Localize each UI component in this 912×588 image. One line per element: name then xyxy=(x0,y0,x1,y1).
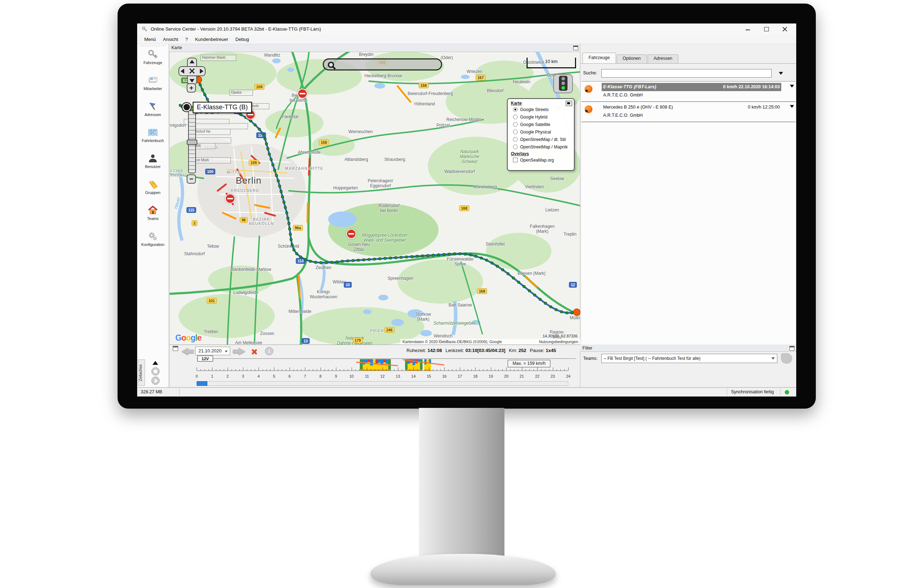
route-point[interactable] xyxy=(204,94,206,96)
sidebar-item-mitarbeiter[interactable]: Mitarbeiter xyxy=(137,75,168,96)
radio-icon[interactable] xyxy=(513,129,518,134)
route-point[interactable] xyxy=(518,281,520,284)
route-point[interactable] xyxy=(534,294,536,297)
zoom-out-button[interactable]: − xyxy=(187,174,196,184)
route-point[interactable] xyxy=(291,244,293,246)
route-point[interactable] xyxy=(266,143,268,145)
route-point[interactable] xyxy=(268,153,271,155)
zoom-slider-thumb[interactable] xyxy=(187,139,198,145)
route-point[interactable] xyxy=(275,174,278,177)
route-point[interactable] xyxy=(443,254,445,256)
route-point[interactable] xyxy=(496,265,499,268)
route-point[interactable] xyxy=(250,120,252,123)
route-point[interactable] xyxy=(262,133,264,135)
map-layer-option[interactable]: Google Satellite xyxy=(511,121,574,128)
route-point[interactable] xyxy=(512,277,515,279)
route-point[interactable] xyxy=(555,309,557,311)
radio-icon[interactable] xyxy=(513,115,518,119)
layer-panel-minimize-icon[interactable] xyxy=(566,101,572,106)
search-dropdown-icon[interactable] xyxy=(779,72,783,75)
teams-select-chevron-icon[interactable] xyxy=(771,357,775,360)
route-point[interactable] xyxy=(470,254,472,256)
route-point[interactable] xyxy=(357,259,360,262)
timeline-scrollbar-thumb[interactable] xyxy=(197,381,207,386)
route-point[interactable] xyxy=(566,312,568,314)
route-point[interactable] xyxy=(454,253,456,255)
filter-panel-dock-icon[interactable] xyxy=(789,346,794,351)
route-point[interactable] xyxy=(309,260,312,263)
route-point[interactable] xyxy=(539,298,541,301)
menu-item[interactable]: Menü xyxy=(141,36,160,43)
route-point[interactable] xyxy=(368,258,371,261)
previous-day-button[interactable] xyxy=(181,348,194,355)
menu-item[interactable]: Ansicht xyxy=(160,36,182,43)
sidebar-item-fahrzeuge[interactable]: Fahrzeuge xyxy=(137,49,168,70)
menu-item[interactable]: Debug xyxy=(232,36,253,43)
route-point[interactable] xyxy=(270,158,272,161)
route-point[interactable] xyxy=(258,128,261,131)
menu-item[interactable]: ? xyxy=(182,36,191,43)
route-point[interactable] xyxy=(486,259,488,262)
pan-right-icon[interactable] xyxy=(200,69,203,74)
route-point[interactable] xyxy=(475,255,477,258)
vehicle-dropdown-icon[interactable] xyxy=(790,105,794,108)
route-point[interactable] xyxy=(491,262,493,265)
radio-icon[interactable] xyxy=(513,122,518,127)
route-point[interactable] xyxy=(296,253,298,255)
route-point[interactable] xyxy=(179,104,182,107)
route-point[interactable] xyxy=(459,253,461,255)
clear-button[interactable] xyxy=(251,348,258,355)
route-point[interactable] xyxy=(448,253,451,255)
map-canvas[interactable]: + − 10 km E-Klasse-TTG (B) Karte Google … xyxy=(169,52,580,344)
route-point[interactable] xyxy=(240,113,242,116)
route-point[interactable] xyxy=(279,185,281,187)
attribution-terms-link[interactable]: Nutzungsbedingungen xyxy=(539,339,578,344)
route-point[interactable] xyxy=(282,196,284,198)
route-point[interactable] xyxy=(267,148,269,150)
route-end-marker[interactable] xyxy=(573,309,580,316)
radio-icon[interactable] xyxy=(513,107,518,112)
vehicle-dropdown-icon[interactable] xyxy=(790,85,794,87)
radio-icon[interactable] xyxy=(513,137,518,142)
route-point[interactable] xyxy=(274,169,276,171)
map-layer-option[interactable]: Google Physical xyxy=(511,128,574,136)
menu-item[interactable]: Kundenbetreuer xyxy=(191,36,232,43)
route-point[interactable] xyxy=(283,201,285,204)
pan-down-icon[interactable] xyxy=(190,79,194,82)
route-point[interactable] xyxy=(544,302,547,305)
vehicle-row[interactable]: E-Klasse-TTG {FBT-Lars}0 km/h 22.10.2020… xyxy=(582,81,795,102)
map-layer-option[interactable]: Google Hybrid xyxy=(511,113,574,121)
vehicle-name-bar[interactable]: E-Klasse-TTG {FBT-Lars}0 km/h 22.10.2020… xyxy=(602,83,781,91)
channel-tab[interactable]: 12V xyxy=(198,355,213,362)
route-point[interactable] xyxy=(464,253,467,255)
tab-optionen[interactable]: Optionen xyxy=(617,55,647,63)
pan-up-icon[interactable] xyxy=(190,60,194,63)
map-panel-dock-icon[interactable] xyxy=(573,45,578,50)
vehicle-search-input[interactable] xyxy=(601,69,772,78)
next-day-button[interactable] xyxy=(232,348,246,355)
sidebar-item-fahrtenbuch[interactable]: FBFahrtenbuch xyxy=(137,127,168,148)
route-point[interactable] xyxy=(507,273,509,275)
route-point[interactable] xyxy=(395,257,397,259)
map-layer-option[interactable]: OpenStreetMap / Mapnik xyxy=(511,143,574,150)
route-point[interactable] xyxy=(421,255,424,257)
checkbox-icon[interactable] xyxy=(513,158,518,162)
route-point[interactable] xyxy=(330,261,333,264)
date-picker[interactable]: 21.10.2020 xyxy=(195,347,230,355)
stop-button[interactable] xyxy=(151,367,160,375)
route-point[interactable] xyxy=(389,257,392,260)
route-point[interactable] xyxy=(336,261,339,263)
route-point[interactable] xyxy=(288,228,291,230)
route-point[interactable] xyxy=(432,254,435,257)
map-pan-control[interactable] xyxy=(178,58,206,85)
sidebar-item-teams[interactable]: Teams xyxy=(137,205,168,226)
route-point[interactable] xyxy=(352,260,355,262)
minimize-button[interactable] xyxy=(739,24,757,35)
close-button[interactable] xyxy=(776,24,794,35)
route-point[interactable] xyxy=(286,212,288,214)
filter-grip[interactable] xyxy=(781,353,792,364)
tab-fahrzeuge[interactable]: Fahrzeuge xyxy=(583,53,616,63)
vehicle-row[interactable]: Mercedes B 250 e (OHV - E 808 E)0 km/h 1… xyxy=(582,102,795,122)
route-point[interactable] xyxy=(560,311,563,313)
sidebar-item-adressen[interactable]: Adressen xyxy=(137,101,168,122)
